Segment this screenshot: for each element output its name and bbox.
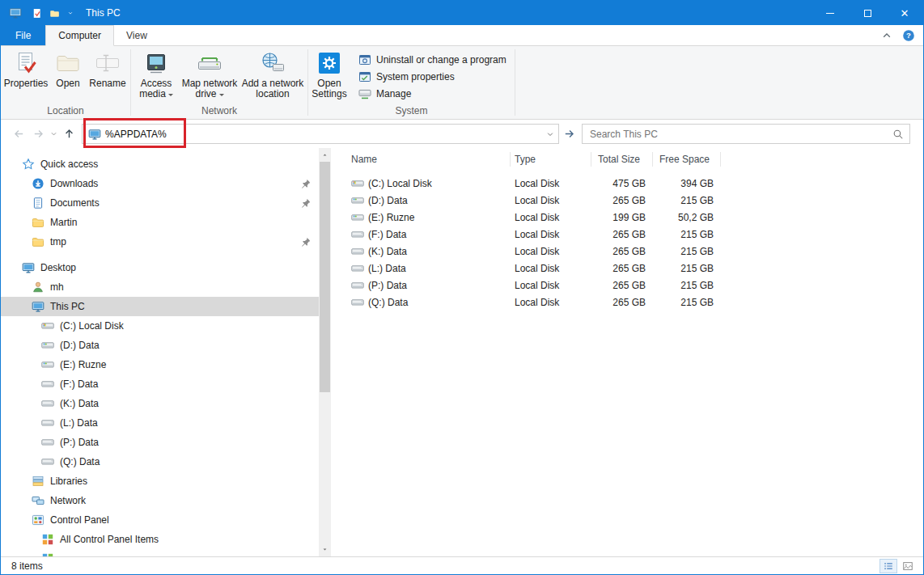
total-size-cell: 475 GB xyxy=(591,178,653,189)
column-header-total-size[interactable]: Total Size xyxy=(591,152,653,167)
file-row-p-data[interactable]: (P:) DataLocal Disk265 GB215 GB xyxy=(331,277,721,294)
sidebar-item-mh[interactable]: mh xyxy=(1,277,319,297)
sidebar-item-control-panel[interactable]: Control Panel xyxy=(1,510,319,530)
sidebar-item-q-data[interactable]: (Q:) Data xyxy=(1,452,319,471)
close-button[interactable]: ✕ xyxy=(886,1,923,25)
sidebar-item-tmp[interactable]: tmp xyxy=(1,232,319,252)
address-dropdown-chevron-icon[interactable] xyxy=(542,125,558,143)
back-button[interactable] xyxy=(9,125,28,144)
add-network-location-button[interactable]: Add a network location xyxy=(239,48,306,99)
sidebar-item-desktop[interactable]: Desktop xyxy=(1,258,319,277)
sidebar-item-partial[interactable] xyxy=(1,549,319,556)
minimize-button[interactable] xyxy=(812,1,849,25)
address-input[interactable] xyxy=(105,125,542,143)
qat-properties-icon[interactable] xyxy=(31,7,43,19)
title-bar: This PC ✕ xyxy=(1,1,923,25)
search-icon[interactable] xyxy=(892,129,904,140)
tab-file[interactable]: File xyxy=(1,25,45,45)
dropdown-caret-icon xyxy=(219,94,224,99)
free-space-cell: 215 GB xyxy=(653,263,721,274)
sidebar-item-p-data[interactable]: (P:) Data xyxy=(1,433,319,452)
file-row-d-data[interactable]: (D:) DataLocal Disk265 GB215 GB xyxy=(331,192,721,209)
minimize-ribbon-chevron-icon[interactable] xyxy=(880,29,893,42)
column-header-type[interactable]: Type xyxy=(511,152,591,167)
total-size-cell: 265 GB xyxy=(591,297,653,308)
open-button[interactable]: Open xyxy=(49,48,87,89)
file-name-cell: (C:) Local Disk xyxy=(331,177,511,190)
scrollbar-thumb[interactable] xyxy=(320,162,330,392)
folder-icon xyxy=(32,235,45,248)
drive-icon xyxy=(41,416,54,429)
recent-locations-chevron-icon[interactable] xyxy=(48,125,59,144)
go-to-button[interactable] xyxy=(559,125,579,144)
forward-button[interactable] xyxy=(28,125,48,144)
sidebar-item-l-data[interactable]: (L:) Data xyxy=(1,413,319,433)
drive-icon xyxy=(41,436,54,449)
sidebar-item-all-control-panel-items[interactable]: All Control Panel Items xyxy=(1,530,319,549)
sidebar-item-d-data[interactable]: (D:) Data xyxy=(1,336,319,355)
tab-computer[interactable]: Computer xyxy=(45,25,114,46)
sidebar-item-label: (K:) Data xyxy=(60,398,99,409)
this-pc-app-icon xyxy=(8,6,23,19)
drive-net-icon xyxy=(351,194,364,207)
details-view-button[interactable] xyxy=(879,559,897,573)
file-row-e-ruzne[interactable]: (E:) RuzneLocal Disk199 GB50,2 GB xyxy=(331,209,721,226)
help-icon[interactable]: ? xyxy=(902,29,915,42)
sidebar-item-downloads[interactable]: Downloads xyxy=(1,174,319,193)
uninstall-program-icon xyxy=(358,53,371,66)
open-settings-button[interactable]: Open Settings xyxy=(310,48,349,99)
address-bar[interactable] xyxy=(82,124,559,144)
sidebar-item-k-data[interactable]: (K:) Data xyxy=(1,394,319,413)
maximize-button[interactable] xyxy=(849,1,886,25)
drive-os-icon xyxy=(41,319,54,332)
column-header-free-space[interactable]: Free Space xyxy=(653,152,721,167)
sidebar-item-c-local-disk[interactable]: (C:) Local Disk xyxy=(1,316,319,336)
sidebar-item-libraries[interactable]: Libraries xyxy=(1,471,319,491)
drive-net-icon xyxy=(41,358,54,371)
column-header-name[interactable]: Name xyxy=(331,152,511,167)
scroll-up-button[interactable] xyxy=(319,148,331,162)
map-network-drive-button[interactable]: Map network drive xyxy=(180,48,239,99)
uninstall-program-button[interactable]: Uninstall or change a program xyxy=(355,51,513,68)
file-row-k-data[interactable]: (K:) DataLocal Disk265 GB215 GB xyxy=(331,243,721,260)
sidebar-item-this-pc[interactable]: This PC xyxy=(1,297,319,316)
ribbon-group-system: Open Settings Uninstall or change a prog… xyxy=(308,46,515,119)
properties-button[interactable]: Properties xyxy=(2,48,49,89)
total-size-cell: 265 GB xyxy=(591,229,653,240)
sidebar-item-martin[interactable]: Martin xyxy=(1,213,319,232)
sidebar-item-label: (L:) Data xyxy=(60,417,98,429)
total-size-cell: 265 GB xyxy=(591,263,653,274)
search-input[interactable] xyxy=(583,125,909,143)
file-type-cell: Local Disk xyxy=(511,195,591,206)
sidebar-item-documents[interactable]: Documents xyxy=(1,193,319,213)
scroll-down-button[interactable] xyxy=(319,543,331,556)
rename-button[interactable]: Rename xyxy=(87,48,129,89)
sidebar-item-network[interactable]: Network xyxy=(1,491,319,510)
access-media-button[interactable]: Access media xyxy=(133,48,180,99)
sidebar-item-quick-access[interactable]: Quick access xyxy=(1,154,319,174)
tab-bar-right: ? xyxy=(880,25,923,45)
manage-icon xyxy=(358,87,371,100)
manage-button[interactable]: Manage xyxy=(355,85,513,102)
rename-icon xyxy=(95,50,121,76)
tab-view[interactable]: View xyxy=(114,25,159,45)
control-panel-icon xyxy=(32,514,45,526)
file-type-cell: Local Disk xyxy=(511,246,591,257)
system-properties-button[interactable]: System properties xyxy=(355,68,513,85)
search-box[interactable] xyxy=(582,124,910,144)
qat-customize-chevron-icon[interactable] xyxy=(66,9,74,17)
sidebar-item-e-ruzne[interactable]: (E:) Ruzne xyxy=(1,355,319,374)
file-row-l-data[interactable]: (L:) DataLocal Disk265 GB215 GB xyxy=(331,260,721,277)
drive-icon xyxy=(41,455,54,468)
sidebar-item-f-data[interactable]: (F:) Data xyxy=(1,374,319,394)
large-icons-view-button[interactable] xyxy=(899,559,917,573)
manage-label: Manage xyxy=(376,88,411,99)
file-row-f-data[interactable]: (F:) DataLocal Disk265 GB215 GB xyxy=(331,226,721,243)
file-name: (K:) Data xyxy=(368,246,407,257)
qat-new-folder-icon[interactable] xyxy=(49,7,61,19)
documents-icon xyxy=(32,197,45,209)
file-row-q-data[interactable]: (Q:) DataLocal Disk265 GB215 GB xyxy=(331,294,721,311)
file-row-c-local-disk[interactable]: (C:) Local DiskLocal Disk475 GB394 GB xyxy=(331,175,721,192)
up-button[interactable] xyxy=(59,125,78,144)
file-type-cell: Local Disk xyxy=(511,280,591,291)
